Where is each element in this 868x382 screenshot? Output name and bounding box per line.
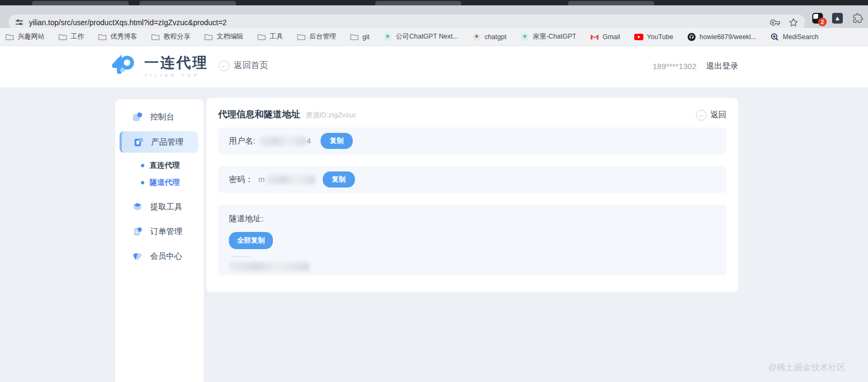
- browser-tab[interactable]: [32, 1, 129, 5]
- user-phone: 189****1302: [652, 62, 696, 71]
- resource-id: 资源ID:zIgZvzuc: [306, 110, 357, 120]
- bookmark-gmail[interactable]: Gmail: [590, 33, 620, 41]
- orders-icon: [132, 227, 143, 237]
- bookmark-folder[interactable]: 教程分享: [151, 32, 190, 41]
- back-arrow-icon: ←: [219, 61, 229, 71]
- watermark-text: @稀土掘金技术社区: [768, 362, 845, 373]
- password-value-fragment: m: [258, 175, 265, 184]
- back-home-link[interactable]: ← 返回首页: [219, 60, 268, 71]
- folder-icon: [151, 33, 160, 41]
- logout-button[interactable]: 退出登录: [706, 61, 738, 71]
- member-center-icon: [132, 251, 143, 261]
- notification-extension-icon[interactable]: 2: [812, 13, 823, 24]
- folder-icon: [204, 33, 213, 41]
- site-logo[interactable]: 一连代理 YILIAN.TOP: [110, 53, 209, 78]
- url-text[interactable]: yilian.top/src/user/productXqs.html?id=z…: [29, 18, 770, 27]
- proxy-info-card: 代理信息和隧道地址 资源ID:zIgZvzuc ← 返回 用户名: 4 复制 密…: [206, 98, 738, 292]
- copy-username-button[interactable]: 复制: [321, 133, 353, 149]
- bookmark-folder[interactable]: git: [350, 33, 369, 41]
- bookmark-github[interactable]: howie6879/weekl...: [687, 33, 756, 41]
- folder-icon: [297, 33, 306, 41]
- folder-icon: [98, 33, 107, 41]
- sidebar-item-extract-tools[interactable]: 提取工具: [115, 194, 204, 219]
- sidebar: 控制台 产品管理 直连代理 隧道代理 提取工具: [115, 99, 204, 382]
- folder-icon: [350, 33, 359, 41]
- password-key-icon[interactable]: [770, 17, 781, 28]
- tunnel-address-section: 隧道地址: 全部复制: [218, 205, 726, 275]
- bookmark-folder[interactable]: 文档编辑: [204, 32, 243, 41]
- dark-extension-icon[interactable]: ▲: [832, 13, 843, 24]
- browser-tab[interactable]: [568, 1, 654, 5]
- browser-tab-strip[interactable]: [0, 0, 868, 5]
- tunnel-label: 隧道地址:: [229, 214, 716, 224]
- bookmark-folder[interactable]: 兴趣网站: [5, 32, 44, 41]
- console-icon: [132, 112, 143, 122]
- github-icon: [687, 33, 696, 41]
- extensions-puzzle-icon[interactable]: [852, 12, 864, 24]
- folder-icon: [257, 33, 266, 41]
- username-value-fragment: 4: [307, 137, 311, 145]
- username-value-redacted: [259, 137, 307, 146]
- bookmarks-bar: 兴趣网站 工作 优秀博客 教程分享 文档编辑 工具 后台管理 git: [0, 28, 868, 46]
- chatgpt-icon: [383, 33, 392, 41]
- back-button[interactable]: ← 返回: [696, 110, 726, 121]
- browser-window: yilian.top/src/user/productXqs.html?id=z…: [0, 0, 868, 382]
- logo-text: 一连代理: [144, 53, 209, 72]
- logo-mark-icon: [110, 53, 138, 78]
- extract-tools-icon: [132, 202, 143, 212]
- bookmark-folder[interactable]: 工具: [257, 32, 283, 41]
- copy-password-button[interactable]: 复制: [323, 171, 355, 188]
- back-arrow-icon: ←: [696, 110, 707, 121]
- extension-badge: 2: [818, 18, 827, 26]
- username-label: 用户名:: [229, 136, 255, 146]
- browser-tab[interactable]: [139, 1, 236, 5]
- bullet-icon: [141, 164, 144, 167]
- sidebar-subitem-direct-proxy[interactable]: 直连代理: [115, 157, 204, 174]
- browser-tab[interactable]: [375, 1, 461, 5]
- sidebar-subitem-tunnel-proxy[interactable]: 隧道代理: [115, 174, 204, 191]
- products-icon: [133, 137, 144, 147]
- youtube-icon: [634, 34, 643, 40]
- tunnel-address-redacted: [229, 262, 309, 271]
- folder-icon: [5, 33, 14, 41]
- card-title: 代理信息和隧道地址: [218, 108, 300, 121]
- bookmark-medisearch[interactable]: MediSearch: [770, 33, 819, 41]
- password-value-redacted: [266, 175, 315, 184]
- bookmark-youtube[interactable]: YouTube: [634, 33, 673, 41]
- gmail-icon: [590, 33, 599, 40]
- folder-icon: [58, 33, 67, 41]
- browser-toolbar: yilian.top/src/user/productXqs.html?id=z…: [0, 5, 868, 28]
- sidebar-item-console[interactable]: 控制台: [115, 104, 204, 129]
- bookmark-folder[interactable]: 优秀博客: [98, 32, 137, 41]
- password-row: 密码： m 复制: [218, 166, 726, 193]
- logo-subtext: YILIAN.TOP: [144, 73, 209, 78]
- bookmark-star-icon[interactable]: [788, 17, 799, 28]
- bullet-icon: [141, 181, 144, 184]
- chatgpt-icon: [472, 33, 481, 41]
- bookmark-chatgpt[interactable]: chatgpt: [472, 33, 507, 41]
- divider: [231, 256, 250, 257]
- bookmark-chatgpt[interactable]: 家里-ChatGPT: [521, 32, 576, 41]
- copy-all-button[interactable]: 全部复制: [229, 232, 273, 249]
- sidebar-item-member-center[interactable]: 会员中心: [115, 244, 204, 268]
- site-settings-icon[interactable]: [15, 18, 24, 27]
- bookmark-chatgpt[interactable]: 公司ChatGPT Next...: [383, 32, 458, 41]
- sidebar-item-orders[interactable]: 订单管理: [115, 219, 204, 244]
- username-row: 用户名: 4 复制: [218, 128, 726, 154]
- bookmark-folder[interactable]: 后台管理: [297, 32, 336, 41]
- medisearch-icon: [770, 33, 779, 41]
- sidebar-item-products[interactable]: 产品管理: [120, 131, 198, 153]
- chatgpt-icon: [521, 33, 529, 41]
- password-label: 密码：: [229, 175, 253, 185]
- bookmark-folder[interactable]: 工作: [58, 32, 84, 41]
- site-header: 一连代理 YILIAN.TOP ← 返回首页 189****1302 退出登录: [0, 46, 868, 87]
